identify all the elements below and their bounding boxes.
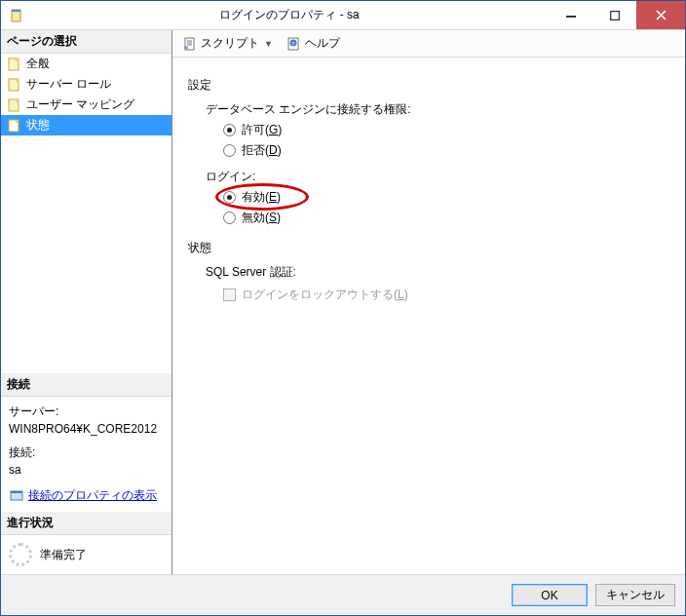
script-button[interactable]: スクリプト ▼ xyxy=(178,33,279,54)
db-engine-permission-label: データベース エンジンに接続する権限: xyxy=(206,101,669,118)
radio-icon xyxy=(223,124,236,136)
radio-icon xyxy=(223,191,236,204)
properties-icon xyxy=(9,487,24,503)
radio-grant-label: 許可(G) xyxy=(242,122,282,138)
svg-rect-1 xyxy=(12,10,20,12)
radio-icon xyxy=(223,212,236,224)
radio-enable-label: 有効(E) xyxy=(242,189,281,206)
svg-rect-9 xyxy=(16,99,19,102)
radio-disable-label: 無効(S) xyxy=(242,210,281,226)
ok-button[interactable]: OK xyxy=(512,584,588,606)
login-properties-window: ログインのプロパティ - sa ページの選択 全般 xyxy=(0,0,686,616)
svg-rect-5 xyxy=(16,58,19,61)
sidebar: ページの選択 全般 サーバー ロール xyxy=(1,30,172,574)
sql-auth-label: SQL Server 認証: xyxy=(206,264,669,281)
sidebar-item-label: サーバー ロール xyxy=(26,76,111,93)
login-label: ログイン: xyxy=(206,169,669,185)
chevron-down-icon[interactable]: ▼ xyxy=(262,39,275,49)
svg-rect-2 xyxy=(566,16,576,18)
page-select-header: ページの選択 xyxy=(1,30,172,54)
cancel-button[interactable]: キャンセル xyxy=(595,584,675,606)
cancel-label: キャンセル xyxy=(606,587,665,603)
radio-deny-label: 拒否(D) xyxy=(242,142,282,159)
settings-group-label: 設定 xyxy=(188,77,669,94)
page-icon xyxy=(7,77,22,93)
window-title: ログインのプロパティ - sa xyxy=(30,7,549,23)
app-icon xyxy=(9,8,24,23)
svg-point-15 xyxy=(184,46,188,50)
server-label: サーバー: xyxy=(9,403,164,420)
svg-rect-7 xyxy=(16,79,19,82)
lockout-label: ログインをロックアウトする(L) xyxy=(242,287,408,303)
progress-spinner-icon xyxy=(9,543,32,566)
help-label: ヘルプ xyxy=(305,35,340,52)
help-button[interactable]: ? ヘルプ xyxy=(283,33,344,54)
radio-deny[interactable]: 拒否(D) xyxy=(223,142,669,159)
view-connection-properties-label: 接続のプロパティの表示 xyxy=(28,486,157,504)
radio-icon xyxy=(223,144,236,157)
toolbar: スクリプト ▼ ? ヘルプ xyxy=(172,30,685,58)
script-icon xyxy=(182,36,198,52)
page-icon xyxy=(7,97,22,113)
checkbox-icon xyxy=(223,289,236,301)
sidebar-item-label: 状態 xyxy=(26,117,50,134)
progress-status: 準備完了 xyxy=(40,547,87,563)
server-value: WIN8PRO64¥K_CORE2012 xyxy=(9,420,164,438)
sidebar-item-server-roles[interactable]: サーバー ロール xyxy=(1,74,172,95)
sidebar-item-label: ユーザー マッピング xyxy=(26,96,134,113)
connection-header: 接続 xyxy=(1,373,172,397)
window-controls xyxy=(549,1,685,29)
help-icon: ? xyxy=(286,36,302,52)
dialog-footer: OK キャンセル xyxy=(1,574,685,615)
radio-disable[interactable]: 無効(S) xyxy=(223,210,669,226)
view-connection-properties-link[interactable]: 接続のプロパティの表示 xyxy=(9,486,164,504)
minimize-button[interactable] xyxy=(549,1,592,29)
svg-rect-11 xyxy=(16,120,19,123)
lockout-checkbox: ログインをロックアウトする(L) xyxy=(223,287,669,303)
page-icon xyxy=(7,118,22,134)
connection-label: 接続: xyxy=(9,443,164,461)
script-label: スクリプト xyxy=(201,35,259,52)
titlebar: ログインのプロパティ - sa xyxy=(1,1,685,30)
sidebar-item-label: 全般 xyxy=(26,56,50,72)
close-button[interactable] xyxy=(636,1,685,29)
svg-rect-3 xyxy=(610,11,619,19)
radio-grant[interactable]: 許可(G) xyxy=(223,122,669,138)
page-icon xyxy=(7,57,22,72)
svg-rect-13 xyxy=(11,491,22,493)
connection-value: sa xyxy=(9,461,164,479)
sidebar-item-status[interactable]: 状態 xyxy=(1,115,172,135)
main-pane: スクリプト ▼ ? ヘルプ 設定 データベース エンジンに接続する権限: 許可( xyxy=(172,30,685,574)
sidebar-item-user-mapping[interactable]: ユーザー マッピング xyxy=(1,95,172,115)
connection-info: サーバー: WIN8PRO64¥K_CORE2012 接続: sa 接続のプロパ… xyxy=(1,397,172,512)
radio-enable[interactable]: 有効(E) xyxy=(223,189,669,206)
status-group-label: 状態 xyxy=(188,240,669,256)
page-list: 全般 サーバー ロール ユーザー マッピング xyxy=(1,54,172,135)
sidebar-item-general[interactable]: 全般 xyxy=(1,54,172,74)
progress-header: 進行状況 xyxy=(1,512,172,535)
content-area: 設定 データベース エンジンに接続する権限: 許可(G) 拒否(D) ログイン: xyxy=(172,58,685,574)
maximize-button[interactable] xyxy=(592,1,636,29)
ok-label: OK xyxy=(541,589,557,602)
